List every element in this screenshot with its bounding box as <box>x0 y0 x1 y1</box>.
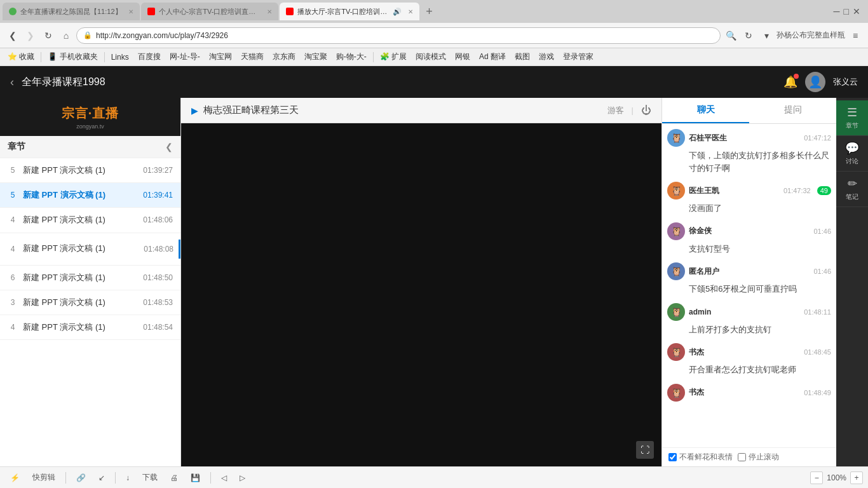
bottom-icon-2[interactable]: 🔗 <box>71 471 91 484</box>
bookmark-shop[interactable]: 购-物-大- <box>332 50 370 64</box>
video-player[interactable]: ⛶ <box>181 123 661 466</box>
browser-chrome: 全年直播课程之陈国昆【11:12】 ✕ 个人中心-宗言TV-口腔培训直播... … <box>0 0 868 66</box>
forward-button[interactable]: ❯ <box>23 28 38 43</box>
no-flowers-input[interactable] <box>668 453 677 461</box>
logo-subtext: zongyan.tv <box>62 123 119 130</box>
bookmark-games[interactable]: 游戏 <box>535 50 558 64</box>
chat-messages: 🦉 石桂平医生 01:47:12 下颌，上颌的支抗钉打多相多长什么尺寸的钉子啊 … <box>662 124 836 447</box>
chapter-time-6: 01:48:53 <box>143 298 173 307</box>
tab-3[interactable]: 播放大厅-宗言TV-口腔培训训... 🔊 ✕ <box>280 3 419 20</box>
home-button[interactable]: ⌂ <box>58 28 74 43</box>
fullscreen-button[interactable]: ⛶ <box>636 441 654 459</box>
no-flowers-checkbox[interactable]: 不看鲜花和表情 <box>668 452 733 463</box>
back-button[interactable]: ❮ <box>5 28 20 43</box>
power-button[interactable]: ⏻ <box>641 105 651 116</box>
chapter-item-4[interactable]: 4 新建 PPT 演示文稿 (1) 01:48:08 <box>0 233 180 266</box>
tab-1-close[interactable]: ✕ <box>128 8 133 15</box>
video-title: 梅志强正畸课程第三天 <box>203 104 299 116</box>
user-avatar[interactable]: 👤 <box>805 72 825 92</box>
tab-1[interactable]: 全年直播课程之陈国昆【11:12】 ✕ <box>3 3 140 20</box>
app-container: ‹ 全年录播课程1998 🔔 👤 张义云 宗言·直播 zongyan.tv <box>0 66 868 488</box>
bookmark-translate[interactable]: Ad 翻译 <box>475 50 510 64</box>
no-flowers-label: 不看鲜花和表情 <box>679 452 733 463</box>
bottom-icon-4[interactable]: 🖨 <box>165 471 183 484</box>
chat-time-5: 01:48:11 <box>804 308 831 316</box>
chapter-num-4: 4 <box>8 245 18 254</box>
refresh-button[interactable]: ↻ <box>41 28 56 43</box>
bookmark-login[interactable]: 登录管家 <box>559 50 597 64</box>
chat-username-1: 石桂平医生 <box>689 133 800 144</box>
chapter-time-1: 01:39:27 <box>143 166 173 175</box>
bookmark-mobile[interactable]: 📱 手机收藏夹 <box>44 50 101 64</box>
chapter-time-2: 01:39:41 <box>143 191 173 200</box>
nav-search-icon[interactable]: 🔍 <box>723 28 738 43</box>
bookmark-reader[interactable]: 阅读模式 <box>412 50 450 64</box>
chapter-item-5[interactable]: 6 新建 PPT 演示文稿 (1) 01:48:50 <box>0 266 180 290</box>
bookmark-jd[interactable]: 京东商 <box>269 50 299 64</box>
bookmark-taobao2[interactable]: 淘宝聚 <box>301 50 331 64</box>
bookmark-favorites[interactable]: ⭐ 收藏 <box>4 50 38 64</box>
tab-2-label: 个人中心-宗言TV-口腔培训直播... <box>159 7 261 17</box>
chat-username-6: 书杰 <box>689 347 800 358</box>
tab-3-close[interactable]: ✕ <box>408 8 413 15</box>
stop-scroll-input[interactable] <box>738 453 746 461</box>
notification-bell[interactable]: 🔔 <box>783 75 797 89</box>
bookmarks-bar: ⭐ 收藏 📱 手机收藏夹 Links 百度搜 网-址-导- 淘宝网 天猫商 京东… <box>0 48 868 66</box>
sidebar-toggle[interactable]: ≡ <box>848 28 863 43</box>
bookmark-ext[interactable]: 🧩 扩展 <box>376 50 410 64</box>
chapter-item-7[interactable]: 4 新建 PPT 演示文稿 (1) 01:48:54 <box>0 315 180 340</box>
chat-tab-chat[interactable]: 聊天 <box>662 98 749 123</box>
new-tab-button[interactable]: + <box>421 3 438 20</box>
chat-avatar-7: 🦉 <box>667 384 685 402</box>
bottom-icon-1[interactable]: ⚡ <box>5 471 25 484</box>
chapter-item-6[interactable]: 3 新建 PPT 演示文稿 (1) 01:48:53 <box>0 290 180 315</box>
download-btn[interactable]: ↓ <box>121 471 135 484</box>
bottom-icon-6[interactable]: ◁ <box>216 471 232 484</box>
chat-avatar-1: 🦉 <box>667 129 685 147</box>
bookmark-baidu[interactable]: 百度搜 <box>134 50 165 64</box>
minimize-button[interactable]: ─ <box>834 6 840 17</box>
chat-tab-question[interactable]: 提问 <box>749 98 836 123</box>
chat-message-7: 🦉 书杰 01:48:49 <box>667 384 831 404</box>
bookmark-tmall[interactable]: 天猫商 <box>237 50 268 64</box>
app-back-button[interactable]: ‹ <box>10 76 14 89</box>
bookmark-links[interactable]: Links <box>107 51 133 63</box>
app-header: ‹ 全年录播课程1998 🔔 👤 张义云 <box>0 66 868 98</box>
chapter-num-6: 3 <box>8 298 18 307</box>
bookmark-banking[interactable]: 网银 <box>451 50 474 64</box>
right-icon-discuss[interactable]: 💬 讨论 <box>836 136 868 172</box>
bookmark-taobao[interactable]: 淘宝网 <box>205 50 236 64</box>
maximize-button[interactable]: □ <box>844 6 849 17</box>
username-label: 张义云 <box>833 76 858 88</box>
video-area: ▶ 梅志强正畸课程第三天 游客 | ⏻ ⛶ <box>181 98 661 466</box>
nav-bar: ❮ ❯ ↻ ⌂ 🔒 http://tv.zongyan.com/uc/play/… <box>0 23 868 48</box>
nav-refresh-alt[interactable]: ↻ <box>741 28 756 43</box>
chapter-item-3[interactable]: 4 新建 PPT 演示文稿 (1) 01:48:06 <box>0 208 180 233</box>
chat-panel: 聊天 提问 🦉 石桂平医生 01:47:12 下颌，上颌的支抗钉打多相多长什么尺… <box>661 98 836 466</box>
zoom-out-button[interactable]: + <box>850 471 863 484</box>
news-text: 孙杨公布完整血样瓶 <box>776 30 845 41</box>
quick-edit-btn[interactable]: 快剪辑 <box>27 470 60 485</box>
chapter-item-2[interactable]: 5 新建 PPT 演示文稿 (1) 01:39:41 <box>0 183 180 208</box>
chat-time-2: 01:47:32 <box>783 187 811 194</box>
tab-2-close[interactable]: ✕ <box>267 8 272 15</box>
sidebar-collapse-button[interactable]: ❮ <box>165 142 173 152</box>
zoom-in-button[interactable]: − <box>810 471 823 484</box>
right-icon-notes[interactable]: ✏ 笔记 <box>836 172 868 207</box>
nav-dropdown[interactable]: ▾ <box>759 28 774 43</box>
bottom-icon-3[interactable]: ↙ <box>93 471 110 484</box>
stop-scroll-checkbox[interactable]: 停止滚动 <box>738 452 779 463</box>
close-window-button[interactable]: ✕ <box>853 6 860 17</box>
chapter-header: 章节 ❮ <box>0 136 180 158</box>
chapter-item-1[interactable]: 5 新建 PPT 演示文稿 (1) 01:39:27 <box>0 158 180 183</box>
bottom-icon-5[interactable]: 💾 <box>186 471 205 484</box>
chapter-time-3: 01:48:06 <box>143 215 173 224</box>
zoom-level: 100% <box>824 473 849 482</box>
tab-2[interactable]: 个人中心-宗言TV-口腔培训直播... ✕ <box>141 3 278 20</box>
address-bar[interactable]: 🔒 http://tv.zongyan.com/uc/play/743/2926 <box>76 27 721 44</box>
bottom-icon-7[interactable]: ▷ <box>234 471 250 484</box>
right-icon-chapter[interactable]: ☰ 章节 <box>836 100 868 136</box>
tab-3-label: 播放大厅-宗言TV-口腔培训训... <box>297 7 389 17</box>
bookmark-screenshot[interactable]: 截图 <box>511 50 534 64</box>
bookmark-addr[interactable]: 网-址-导- <box>166 50 204 64</box>
